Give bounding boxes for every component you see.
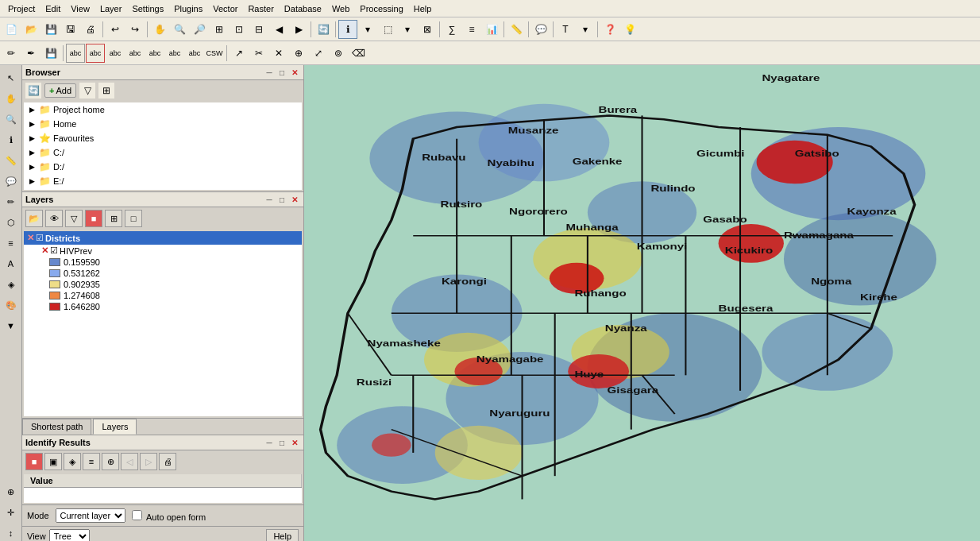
field-calc-btn[interactable]: ∑ [442, 20, 461, 39]
tab-shortest-path[interactable]: Shortest path [22, 419, 91, 435]
identify-maximize-btn[interactable]: □ [276, 437, 287, 448]
digitize-btn[interactable]: ✏ [2, 44, 21, 63]
vt-edit-btn[interactable]: ✏ [2, 192, 21, 211]
browser-minimize-btn[interactable]: ─ [264, 67, 275, 78]
save-as-btn[interactable]: 🖫 [61, 20, 80, 39]
identify-tb-5[interactable]: ⊕ [102, 453, 119, 470]
layers-eye-btn[interactable]: 👁 [45, 210, 63, 227]
label-abc2-btn[interactable]: abc [86, 44, 105, 63]
redo-btn[interactable]: ↪ [125, 20, 145, 39]
layer-row-districts[interactable]: ✕ ☑ Districts [24, 231, 302, 245]
tree-item-c-drive[interactable]: ▶ 📁 C:/ [24, 145, 302, 160]
layers-toggle-btn[interactable]: ⊞ [105, 210, 122, 227]
merge-btn[interactable]: ⤢ [309, 44, 328, 63]
text-annotation-btn[interactable]: T [556, 20, 575, 39]
vt-expand-btn[interactable]: ↕ [2, 524, 21, 541]
label-pin3-btn[interactable]: abc [165, 44, 184, 63]
vt-diagram-btn[interactable]: ◈ [2, 275, 21, 294]
undo-btn[interactable]: ↩ [106, 20, 125, 39]
menu-vector[interactable]: Vector [208, 2, 242, 15]
layers-style-btn[interactable]: ■ [85, 210, 102, 227]
split-btn[interactable]: ✂ [249, 44, 268, 63]
layers-open-btn[interactable]: 📂 [25, 210, 43, 227]
zoom-prev-btn[interactable]: ◀ [269, 20, 288, 39]
identify-tb-print[interactable]: 🖨 [159, 453, 176, 470]
layer-row-hivprev[interactable]: ✕ ☑ HIVPrev [24, 245, 302, 257]
vt-style-btn[interactable]: 🎨 [2, 296, 21, 315]
identify-tb-4[interactable]: ≡ [83, 453, 100, 470]
zoom-next-btn[interactable]: ▶ [289, 20, 308, 39]
pan-btn[interactable]: ✋ [150, 20, 169, 39]
identify-tb-2[interactable]: ▣ [44, 453, 62, 470]
identify-tb-3[interactable]: ◈ [64, 453, 81, 470]
browser-refresh-btn[interactable]: 🔄 [25, 83, 41, 99]
layers-close-btn[interactable]: ✕ [289, 194, 300, 205]
open-project-btn[interactable]: 📂 [21, 20, 41, 39]
erase-btn[interactable]: ⌫ [349, 44, 368, 63]
layers-maximize-btn[interactable]: □ [276, 194, 287, 205]
vt-zoom-btn[interactable]: 🔍 [2, 110, 21, 129]
browser-maximize-btn[interactable]: □ [276, 67, 287, 78]
layers-minimize-btn[interactable]: ─ [264, 194, 275, 205]
vt-identify-btn[interactable]: ℹ [2, 130, 21, 149]
layers-filter-btn[interactable]: ▽ [65, 210, 83, 227]
menu-project[interactable]: Project [3, 2, 40, 15]
label-pin-btn[interactable]: abc [125, 44, 145, 63]
refresh-btn[interactable]: 🔄 [314, 20, 333, 39]
add-ring-btn[interactable]: ⊚ [329, 44, 348, 63]
help-button[interactable]: Help [266, 529, 299, 541]
menu-settings[interactable]: Settings [127, 2, 168, 15]
browser-toggle-btn[interactable]: ⊞ [98, 83, 114, 99]
menu-help[interactable]: Help [409, 2, 437, 15]
vt-pan-btn[interactable]: ✋ [2, 89, 21, 108]
annotation-btn[interactable]: 💬 [531, 20, 550, 39]
measure-btn[interactable]: 📏 [507, 20, 526, 39]
mode-select[interactable]: Current layer Top down All layers [56, 508, 125, 523]
view-select[interactable]: Tree Table [49, 529, 90, 541]
save-project-btn[interactable]: 💾 [41, 20, 60, 39]
vt-measure-btn[interactable]: 📏 [2, 151, 21, 170]
tab-layers[interactable]: Layers [93, 419, 137, 435]
tree-item-home[interactable]: ▶ 📁 Home [24, 117, 302, 131]
zoom-out-btn[interactable]: 🔎 [190, 20, 209, 39]
vt-more-btn[interactable]: ▼ [2, 316, 21, 335]
offset-btn[interactable]: ⊕ [289, 44, 308, 63]
menu-database[interactable]: Database [280, 2, 326, 15]
reshape-btn[interactable]: ✕ [269, 44, 288, 63]
identify-minimize-btn[interactable]: ─ [264, 437, 275, 448]
select-drop-btn[interactable]: ▾ [398, 20, 417, 39]
help-btn[interactable]: ❓ [600, 20, 619, 39]
identify-drop-btn[interactable]: ▾ [358, 20, 377, 39]
vt-coords-btn[interactable]: ⊕ [2, 482, 21, 501]
identify-tb-6[interactable]: ◁ [121, 453, 138, 470]
zoom-full-btn[interactable]: ⊞ [210, 20, 229, 39]
label-csv-btn[interactable]: CSW [205, 44, 224, 63]
vt-node-btn[interactable]: ⬡ [2, 213, 21, 232]
zoom-in-btn[interactable]: 🔍 [170, 20, 189, 39]
checkbox-hivprev[interactable]: ☑ [50, 245, 58, 256]
browser-add-btn[interactable]: + Add [44, 83, 76, 98]
print-btn[interactable]: 🖨 [81, 20, 100, 39]
auto-open-checkbox[interactable] [132, 510, 142, 520]
zoom-selection-btn[interactable]: ⊟ [249, 20, 268, 39]
move-node-btn[interactable]: ↗ [230, 44, 249, 63]
browser-filter-btn[interactable]: ▽ [79, 83, 95, 99]
menu-raster[interactable]: Raster [243, 2, 278, 15]
identify-btn[interactable]: ℹ [338, 20, 357, 39]
select-btn[interactable]: ⬚ [378, 20, 397, 39]
identify-close-btn[interactable]: ✕ [289, 437, 300, 448]
tree-item-project-home[interactable]: ▶ 📁 Project home [24, 102, 302, 117]
checkbox-icon[interactable]: ☑ [36, 233, 44, 243]
menu-plugins[interactable]: Plugins [169, 2, 207, 15]
label-abc-btn[interactable]: abc [66, 44, 85, 63]
stats-btn[interactable]: 📊 [482, 20, 501, 39]
layer-close-hivprev[interactable]: ✕ [41, 245, 48, 256]
menu-view[interactable]: View [66, 2, 95, 15]
new-project-btn[interactable]: 📄 [2, 20, 21, 39]
label-pin4-btn[interactable]: abc [185, 44, 204, 63]
vt-attr-btn[interactable]: ≡ [2, 234, 21, 253]
menu-web[interactable]: Web [327, 2, 354, 15]
zoom-layer-btn[interactable]: ⊡ [230, 20, 249, 39]
tree-item-d-drive[interactable]: ▶ 📁 D:/ [24, 160, 302, 174]
layer-close-icon[interactable]: ✕ [27, 233, 34, 243]
